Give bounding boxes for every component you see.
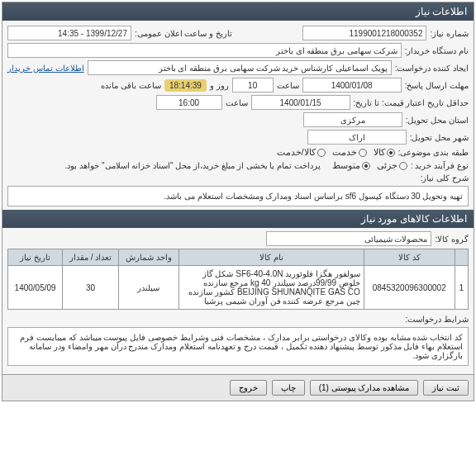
radio-dot-icon bbox=[317, 149, 326, 157]
desc-label: شرح کلی نیاز: bbox=[421, 173, 469, 183]
delivery-city-field: اراک bbox=[307, 130, 407, 145]
cell-qty: 30 bbox=[63, 266, 119, 310]
buyer-org-label: نام دستگاه خریدار: bbox=[405, 46, 469, 55]
purchase-process-label: نوع فرآیند خرید : bbox=[411, 161, 469, 170]
buyer-org-field: شرکت سهامی برق منطقه ای باختر bbox=[7, 43, 402, 58]
print-button[interactable]: چاپ bbox=[272, 380, 305, 396]
goods-table: کد کالا نام کالا واحد شمارش تعداد / مقدا… bbox=[7, 249, 469, 310]
radio-dot-icon bbox=[362, 162, 370, 170]
goods-header: اطلاعات کالاهای مورد نیاز bbox=[2, 210, 474, 228]
panel-body: شماره نیاز: 1199001218000352 تاریخ و ساع… bbox=[2, 21, 474, 374]
th-code: کد کالا bbox=[364, 249, 455, 266]
attachments-button[interactable]: مشاهده مدارک پیوستی (1) bbox=[310, 380, 419, 396]
desc-text: تهیه وتحویل 30 دستگاه کپسول sf6 براساس ا… bbox=[7, 186, 469, 206]
cell-unit: سیلندر bbox=[118, 266, 178, 310]
creator-label: ایجاد کننده درخواست: bbox=[395, 64, 469, 73]
radio-dot-icon bbox=[399, 162, 407, 170]
budget-note: پرداخت تمام یا بخشی از مبلغ خرید،از محل … bbox=[65, 161, 321, 170]
conditions-text: کد انتخاب شده مشابه بوده وکالای درخواستی… bbox=[7, 327, 469, 366]
need-number-label: شماره نیاز: bbox=[430, 29, 469, 38]
table-row: 1 0845320096300002 سولفور هگزا فلوئورید … bbox=[8, 266, 469, 310]
hour-label-2: ساعت bbox=[226, 98, 248, 107]
creator-field: پویک اسماعیلی کارشناس خرید شرکت سهامی بر… bbox=[88, 60, 392, 75]
radio-low[interactable]: جزئی bbox=[377, 160, 407, 171]
hour-label-1: ساعت bbox=[277, 81, 299, 90]
delivery-province-field: مرکزی bbox=[303, 112, 402, 127]
public-announce-field: 1399/12/27 - 14:35 bbox=[7, 26, 131, 40]
process-radio-group: جزئی متوسط bbox=[332, 160, 407, 171]
budget-group-label: طبقه بندی موضوعی: bbox=[398, 148, 469, 157]
radio-goods-label: کالا bbox=[374, 147, 385, 158]
radio-service-label: خدمت bbox=[332, 147, 357, 158]
radio-low-label: جزئی bbox=[377, 160, 397, 171]
radio-medium[interactable]: متوسط bbox=[332, 160, 370, 171]
th-qty: تعداد / مقدار bbox=[63, 249, 119, 266]
cell-date: 1400/05/09 bbox=[8, 266, 63, 310]
submit-button[interactable]: ثبت نیاز bbox=[423, 380, 469, 396]
deadline-date-field: 1400/01/08 bbox=[302, 78, 402, 92]
th-date: تاریخ نیاز bbox=[8, 249, 63, 266]
row-min-credit: حداقل تاریخ اعتبار قیمت: تا تاریخ: 1400/… bbox=[7, 95, 469, 110]
radio-medium-label: متوسط bbox=[332, 160, 360, 171]
conditions-label: شرایط درخواست: bbox=[405, 315, 469, 324]
th-name: نام کالا bbox=[178, 249, 364, 266]
delivery-province-label: استان محل تحویل: bbox=[406, 116, 469, 125]
radio-goods-service[interactable]: کالا/خدمت bbox=[277, 147, 326, 158]
goods-group-field: محصولات شیمیائی bbox=[266, 231, 431, 246]
cell-idx: 1 bbox=[455, 266, 468, 310]
row-location: استان محل تحویل: مرکزی bbox=[7, 112, 469, 130]
contact-link[interactable]: اطلاعات تماس خریدار bbox=[7, 64, 84, 73]
goods-group-label: گروه کالا: bbox=[435, 235, 469, 244]
table-header-row: کد کالا نام کالا واحد شمارش تعداد / مقدا… bbox=[8, 249, 469, 266]
deadline-hour-field: 10 bbox=[232, 78, 274, 92]
remaining-time-badge: 18:14:39 bbox=[164, 79, 207, 92]
exit-button[interactable]: خروج bbox=[230, 380, 267, 396]
min-credit-hour-field: 16:00 bbox=[156, 95, 222, 110]
day-label: روز و bbox=[210, 81, 229, 90]
need-number-field: 1199001218000352 bbox=[302, 26, 426, 40]
th-unit: واحد شمارش bbox=[118, 249, 178, 266]
radio-dot-icon bbox=[387, 149, 395, 157]
budget-radio-group: کالا خدمت کالا/خدمت bbox=[277, 147, 395, 158]
min-credit-label: حداقل تاریخ اعتبار قیمت: تا تاریخ: bbox=[354, 98, 469, 107]
row-need-number: شماره نیاز: 1199001218000352 تاریخ و ساع… bbox=[7, 26, 469, 40]
row-conditions: شرایط درخواست: bbox=[7, 315, 469, 324]
remaining-label: ساعت باقی مانده bbox=[101, 81, 161, 90]
radio-dot-icon bbox=[359, 149, 367, 157]
cell-name: سولفور هگزا فلوئورید SF6-40-4.0N شکل گاز… bbox=[178, 266, 364, 310]
delivery-city-label: شهر محل تحویل: bbox=[410, 133, 469, 142]
panel-title: اطلاعات نیاز bbox=[2, 2, 474, 21]
cell-code: 0845320096300002 bbox=[364, 266, 455, 310]
row-creator: ایجاد کننده درخواست: پویک اسماعیلی کارشن… bbox=[7, 60, 469, 75]
row-goods-group: گروه کالا: محصولات شیمیائی bbox=[7, 231, 469, 246]
row-desc: شرح کلی نیاز: bbox=[7, 173, 469, 183]
footer-bar: ثبت نیاز مشاهده مدارک پیوستی (1) چاپ خرو… bbox=[2, 374, 474, 401]
row-deadline: مهلت ارسال پاسخ: 1400/01/08 ساعت 10 روز … bbox=[7, 78, 469, 92]
th-idx bbox=[455, 249, 468, 266]
main-panel: اطلاعات نیاز شماره نیاز: 119900121800035… bbox=[2, 2, 474, 401]
row-city: شهر محل تحویل: اراک bbox=[7, 130, 469, 145]
deadline-label: مهلت ارسال پاسخ: bbox=[405, 81, 469, 90]
row-purchase-process: نوع فرآیند خرید : جزئی متوسط پرداخت تمام… bbox=[7, 160, 469, 171]
radio-goods[interactable]: کالا bbox=[374, 147, 395, 158]
row-buyer-org: نام دستگاه خریدار: شرکت سهامی برق منطقه … bbox=[7, 43, 469, 58]
radio-service[interactable]: خدمت bbox=[332, 147, 367, 158]
min-credit-date-field: 1400/01/15 bbox=[251, 95, 350, 110]
radio-goods-service-label: کالا/خدمت bbox=[277, 147, 316, 158]
row-budget-group: طبقه بندی موضوعی: کالا خدمت کالا/خدمت bbox=[7, 147, 469, 158]
public-announce-label: تاریخ و ساعت اعلان عمومی: bbox=[135, 29, 232, 38]
